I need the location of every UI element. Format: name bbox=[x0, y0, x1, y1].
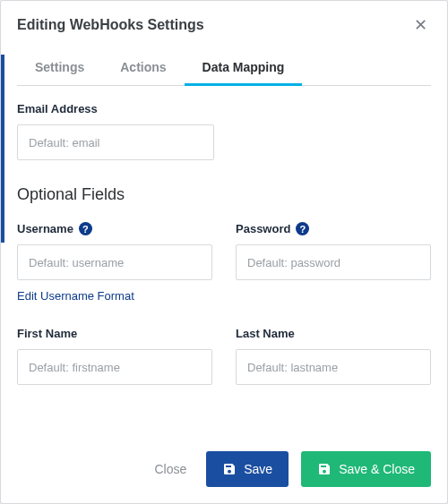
save-icon bbox=[222, 462, 237, 476]
help-icon[interactable]: ? bbox=[296, 222, 309, 235]
first-name-label: First Name bbox=[17, 327, 212, 340]
tab-data-mapping[interactable]: Data Mapping bbox=[185, 51, 303, 85]
first-name-input[interactable] bbox=[17, 349, 212, 385]
email-input[interactable] bbox=[17, 124, 214, 160]
close-button[interactable]: Close bbox=[147, 453, 194, 485]
save-button[interactable]: Save bbox=[206, 451, 289, 487]
optional-fields-heading: Optional Fields bbox=[17, 185, 431, 204]
username-label: Username ? bbox=[17, 222, 212, 235]
modal-title: Editing WebHooks Settings bbox=[17, 17, 204, 33]
webhooks-settings-modal: Editing WebHooks Settings ✕ Settings Act… bbox=[0, 0, 448, 504]
save-close-button[interactable]: Save & Close bbox=[301, 451, 431, 487]
modal-body: Email Address Optional Fields Username ?… bbox=[1, 86, 447, 437]
email-label: Email Address bbox=[17, 102, 431, 115]
help-icon[interactable]: ? bbox=[79, 222, 92, 235]
username-input[interactable] bbox=[17, 244, 212, 280]
save-icon bbox=[317, 462, 332, 476]
password-label-text: Password bbox=[236, 222, 290, 235]
save-close-button-label: Save & Close bbox=[339, 462, 415, 476]
password-input[interactable] bbox=[236, 244, 431, 280]
username-label-text: Username bbox=[17, 222, 73, 235]
close-icon[interactable]: ✕ bbox=[410, 13, 431, 37]
last-name-input[interactable] bbox=[236, 349, 431, 385]
edit-username-format-link[interactable]: Edit Username Format bbox=[17, 289, 134, 303]
last-name-label: Last Name bbox=[236, 327, 431, 340]
save-button-label: Save bbox=[244, 462, 272, 476]
tabs-bar: Settings Actions Data Mapping bbox=[17, 51, 431, 86]
tab-settings[interactable]: Settings bbox=[17, 51, 102, 85]
modal-header: Editing WebHooks Settings ✕ bbox=[1, 1, 447, 46]
modal-footer: Close Save Save & Close bbox=[1, 437, 447, 503]
tab-actions[interactable]: Actions bbox=[102, 51, 184, 85]
password-label: Password ? bbox=[236, 222, 431, 235]
modal-accent-strip bbox=[1, 55, 4, 243]
